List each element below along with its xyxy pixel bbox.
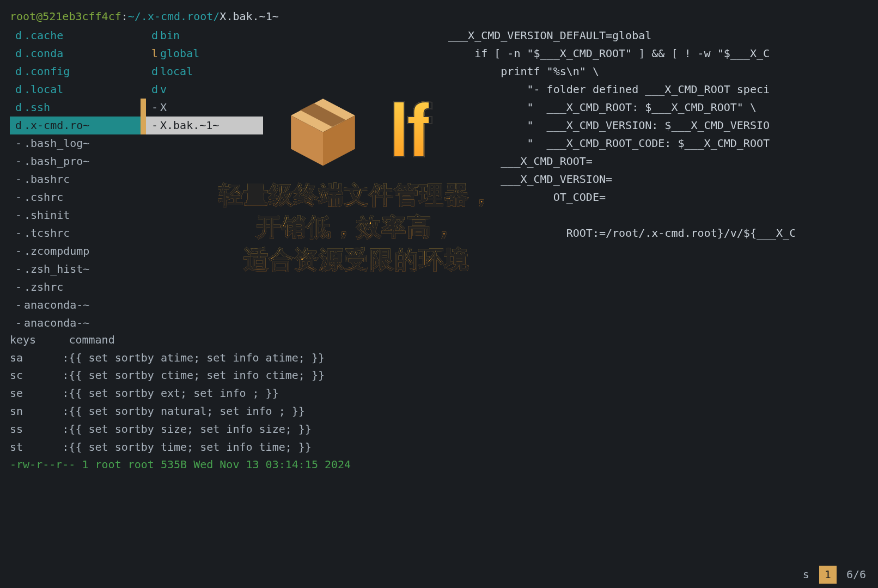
indicator-bar: [141, 117, 146, 134]
path-user: root: [10, 10, 36, 23]
list-item[interactable]: d .ssh: [10, 99, 141, 117]
path-colon: :: [121, 10, 128, 23]
list-item[interactable]: d .cache: [10, 27, 141, 45]
breadcrumb: root@521eb3cff4cf:~/.x-cmd.root/X.bak.~1…: [10, 8, 868, 26]
preview-line: [448, 206, 868, 224]
list-item[interactable]: - .bashrc: [10, 170, 141, 188]
indicator-bar: [141, 81, 146, 99]
list-item[interactable]: - .bash_log~: [10, 134, 141, 152]
help-row: sn :{{ set sortby natural; set info ; }}: [10, 402, 868, 420]
list-item[interactable]: d v: [141, 81, 263, 99]
parent-pane[interactable]: d .cached .condad .configd .locald .sshd…: [10, 27, 141, 332]
list-item[interactable]: d local: [141, 63, 263, 81]
list-item[interactable]: - anaconda-~: [10, 314, 141, 332]
preview-line: if [ -n "$___X_CMD_ROOT" ] && [ ! -w "$_…: [448, 45, 868, 63]
list-item[interactable]: l global: [141, 45, 263, 63]
list-item[interactable]: - .bash_pro~: [10, 152, 141, 170]
path-host: 521eb3cff4cf: [42, 10, 121, 23]
status-line: -rw-r--r-- 1 root root 535B Wed Nov 13 0…: [10, 456, 868, 474]
indicator-bar: [141, 99, 146, 117]
list-item[interactable]: - .zcompdump: [10, 242, 141, 260]
list-item[interactable]: - .shinit: [10, 206, 141, 224]
list-item[interactable]: - X: [141, 99, 263, 117]
help-row: se :{{ set sortby ext; set info ; }}: [10, 384, 868, 402]
list-item[interactable]: - .tcshrc: [10, 224, 141, 242]
preview-line: " ___X_CMD_ROOT: $___X_CMD_ROOT" \: [448, 99, 868, 117]
list-item[interactable]: - .cshrc: [10, 188, 141, 206]
preview-line: " ___X_CMD_ROOT_CODE: $___X_CMD_ROOT: [448, 134, 868, 152]
list-item[interactable]: d bin: [141, 27, 263, 45]
list-item[interactable]: d .x-cmd.ro~: [10, 117, 141, 134]
preview-line: ___X_CMD_VERSION=: [448, 170, 868, 188]
help-row: sa :{{ set sortby atime; set info atime;…: [10, 349, 868, 367]
list-item[interactable]: d .config: [10, 63, 141, 81]
preview-pane: ___X_CMD_VERSION_DEFAULT=global if [ -n …: [263, 27, 868, 332]
footer-index-badge: 1: [819, 566, 837, 584]
footer-count: 6/6: [846, 566, 866, 584]
indicator-bar: [141, 45, 146, 63]
help-row: ss :{{ set sortby size; set info size; }…: [10, 420, 868, 438]
preview-line: ___X_CMD_VERSION_DEFAULT=global: [448, 27, 868, 45]
current-pane[interactable]: d binl globald locald v- X- X.bak.~1~: [141, 27, 263, 332]
list-item[interactable]: d .local: [10, 81, 141, 99]
preview-line: " ___X_CMD_VERSION: $___X_CMD_VERSIO: [448, 117, 868, 134]
path-cwd: ~/.x-cmd.root/: [128, 10, 220, 23]
indicator-bar: [141, 27, 146, 45]
list-item[interactable]: - X.bak.~1~: [141, 117, 263, 134]
preview-line: ROOT:=/root/.x-cmd.root}/v/${___X_C: [448, 224, 868, 242]
list-item[interactable]: d .conda: [10, 45, 141, 63]
preview-line: printf "%s\n" \: [448, 63, 868, 81]
help-row: st :{{ set sortby time; set info time; }…: [10, 438, 868, 456]
preview-line: OT_CODE=: [448, 188, 868, 206]
list-item[interactable]: - .zshrc: [10, 278, 141, 296]
list-item[interactable]: - .zsh_hist~: [10, 260, 141, 278]
list-item[interactable]: - anaconda-~: [10, 296, 141, 314]
help-header: keys command: [10, 331, 868, 349]
preview-line: "- folder defined ___X_CMD_ROOT speci: [448, 81, 868, 99]
help-row: sc :{{ set sortby ctime; set info ctime;…: [10, 366, 868, 384]
key-help: keys command sa :{{ set sortby atime; se…: [10, 331, 868, 474]
footer-right: s 1 6/6: [803, 566, 866, 584]
indicator-bar: [141, 63, 146, 81]
path-file: X.bak.~1~: [220, 10, 278, 23]
footer-mode: s: [803, 566, 809, 584]
preview-line: ___X_CMD_ROOT=: [448, 152, 868, 170]
path-at: @: [36, 10, 42, 23]
